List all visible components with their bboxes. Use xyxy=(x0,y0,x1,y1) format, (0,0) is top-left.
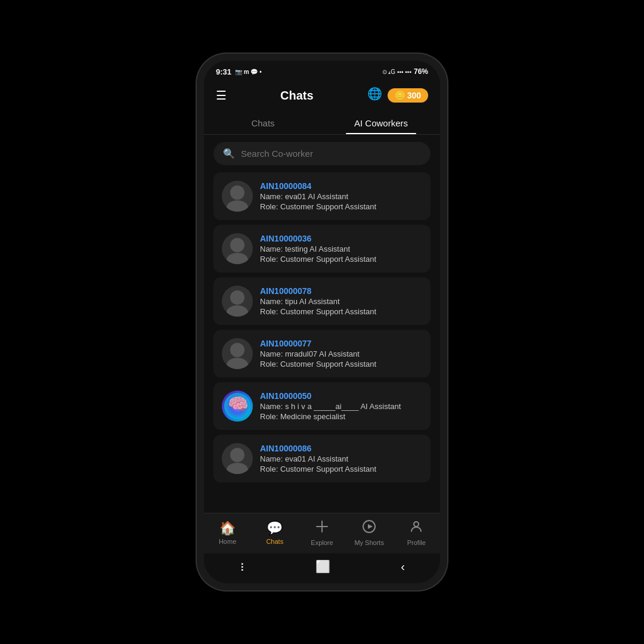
tab-chats[interactable]: Chats xyxy=(204,111,322,134)
card-name-5: Name: eva01 AI Assistant xyxy=(260,454,376,463)
explore-label: Explore xyxy=(311,539,333,546)
home-icon: 🏠 xyxy=(219,521,236,536)
profile-label: Profile xyxy=(407,539,426,546)
card-id-0: AIN10000084 xyxy=(260,181,376,191)
coins-badge[interactable]: 🪙 300 xyxy=(388,88,428,103)
svg-point-12 xyxy=(227,463,248,474)
svg-point-11 xyxy=(230,448,244,462)
nav-explore[interactable]: Explore xyxy=(304,519,340,546)
battery-display: 76% xyxy=(414,67,428,76)
card-id-5: AIN10000086 xyxy=(260,444,376,453)
svg-point-7 xyxy=(230,343,244,357)
search-icon: 🔍 xyxy=(223,148,235,159)
header-actions: 🌐 🪙 300 xyxy=(367,86,428,105)
card-id-1: AIN10000036 xyxy=(260,234,376,243)
svg-point-6 xyxy=(227,305,248,317)
search-input[interactable] xyxy=(241,148,421,159)
android-menu-icon[interactable]: ⫶ xyxy=(239,560,245,574)
chats-icon: 💬 xyxy=(267,521,283,536)
card-info-0: AIN10000084 Name: eva01 AI Assistant Rol… xyxy=(260,181,376,211)
coworker-card-3[interactable]: AIN10000077 Name: mradul07 AI Assistant … xyxy=(213,330,431,377)
card-role-2: Role: Customer Support Assistant xyxy=(260,307,376,316)
nav-my-shorts[interactable]: My Shorts xyxy=(351,519,387,546)
time-display: 9:31 xyxy=(216,67,231,76)
tabs-container: Chats AI Coworkers xyxy=(204,111,440,135)
svg-text:🧠: 🧠 xyxy=(228,394,249,414)
card-id-4: AIN10000050 xyxy=(260,391,401,401)
phone-screen: 9:31 📷 m 💬 • ⊙ ₄G ▪▪▪ ▪▪▪ 76% ☰ Chats 🌐 … xyxy=(204,61,440,583)
coworker-card-5[interactable]: AIN10000086 Name: eva01 AI Assistant Rol… xyxy=(213,435,431,482)
search-box[interactable]: 🔍 xyxy=(213,142,431,165)
card-role-3: Role: Customer Support Assistant xyxy=(260,360,376,369)
svg-text:🌐: 🌐 xyxy=(367,86,382,101)
avatar-1 xyxy=(222,233,253,264)
card-role-1: Role: Customer Support Assistant xyxy=(260,255,376,264)
svg-point-3 xyxy=(230,238,244,252)
avatar-4: 🧠 xyxy=(222,391,253,422)
status-right: ⊙ ₄G ▪▪▪ ▪▪▪ 76% xyxy=(382,67,428,76)
svg-marker-16 xyxy=(368,524,373,529)
coworker-card-0[interactable]: AIN10000084 Name: eva01 AI Assistant Rol… xyxy=(213,172,431,220)
status-icons: 📷 m 💬 • xyxy=(235,69,262,75)
android-back-icon[interactable]: ‹ xyxy=(401,560,405,574)
card-role-4: Role: Medicine specialist xyxy=(260,412,401,421)
home-label: Home xyxy=(219,538,236,545)
coworker-card-4[interactable]: 🧠 AIN10000050 Name: s h i v a _____ai___… xyxy=(213,382,431,430)
my-shorts-label: My Shorts xyxy=(354,539,384,546)
svg-point-4 xyxy=(227,253,248,264)
status-time: 9:31 📷 m 💬 • xyxy=(216,67,262,76)
android-nav-bar: ⫶ ⬜ ‹ xyxy=(204,553,440,583)
card-info-4: AIN10000050 Name: s h i v a _____ai____ … xyxy=(260,391,401,421)
android-home-icon[interactable]: ⬜ xyxy=(315,559,330,574)
coworker-card-1[interactable]: AIN10000036 Name: testing AI Assistant R… xyxy=(213,225,431,273)
nav-profile[interactable]: Profile xyxy=(398,519,434,546)
card-name-3: Name: mradul07 AI Assistant xyxy=(260,349,376,358)
card-id-2: AIN10000078 xyxy=(260,286,376,296)
coworker-card-2[interactable]: AIN10000078 Name: tipu AI Assistant Role… xyxy=(213,277,431,325)
tab-ai-coworkers[interactable]: AI Coworkers xyxy=(322,111,440,134)
svg-point-5 xyxy=(230,290,244,305)
header: ☰ Chats 🌐 🪙 300 xyxy=(204,80,440,111)
nav-chats[interactable]: 💬 Chats xyxy=(257,521,293,545)
nav-home[interactable]: 🏠 Home xyxy=(210,521,246,545)
page-title: Chats xyxy=(280,89,314,103)
card-role-0: Role: Customer Support Assistant xyxy=(260,202,376,211)
coin-icon: 🪙 xyxy=(395,91,405,100)
my-shorts-icon xyxy=(362,519,376,537)
svg-point-2 xyxy=(227,200,248,212)
avatar-5 xyxy=(222,443,253,474)
coins-count: 300 xyxy=(407,91,421,100)
profile-icon xyxy=(409,519,423,537)
card-name-4: Name: s h i v a _____ai____ AI Assistant xyxy=(260,402,401,411)
translate-icon[interactable]: 🌐 xyxy=(367,86,383,105)
card-info-3: AIN10000077 Name: mradul07 AI Assistant … xyxy=(260,339,376,369)
avatar-0 xyxy=(222,181,253,212)
explore-icon xyxy=(315,519,329,537)
hamburger-icon[interactable]: ☰ xyxy=(216,88,227,103)
svg-rect-14 xyxy=(321,521,323,532)
card-id-3: AIN10000077 xyxy=(260,339,376,348)
coworker-list: AIN10000084 Name: eva01 AI Assistant Rol… xyxy=(204,172,440,513)
card-info-1: AIN10000036 Name: testing AI Assistant R… xyxy=(260,234,376,264)
card-info-2: AIN10000078 Name: tipu AI Assistant Role… xyxy=(260,286,376,316)
avatar-3 xyxy=(222,338,253,369)
phone-frame: 9:31 📷 m 💬 • ⊙ ₄G ▪▪▪ ▪▪▪ 76% ☰ Chats 🌐 … xyxy=(197,54,447,590)
avatar-2 xyxy=(222,286,253,317)
signal-icons: ⊙ ₄G ▪▪▪ ▪▪▪ xyxy=(382,69,411,75)
bottom-nav: 🏠 Home 💬 Chats Explore xyxy=(204,513,440,553)
card-info-5: AIN10000086 Name: eva01 AI Assistant Rol… xyxy=(260,444,376,473)
svg-point-1 xyxy=(230,185,244,200)
card-name-1: Name: testing AI Assistant xyxy=(260,244,376,253)
card-name-2: Name: tipu AI Assistant xyxy=(260,297,376,306)
svg-point-8 xyxy=(227,358,248,369)
search-container: 🔍 xyxy=(204,135,440,172)
svg-point-17 xyxy=(414,522,419,527)
chats-label: Chats xyxy=(266,538,283,545)
card-name-0: Name: eva01 AI Assistant xyxy=(260,192,376,201)
card-role-5: Role: Customer Support Assistant xyxy=(260,465,376,473)
status-bar: 9:31 📷 m 💬 • ⊙ ₄G ▪▪▪ ▪▪▪ 76% xyxy=(204,61,440,80)
